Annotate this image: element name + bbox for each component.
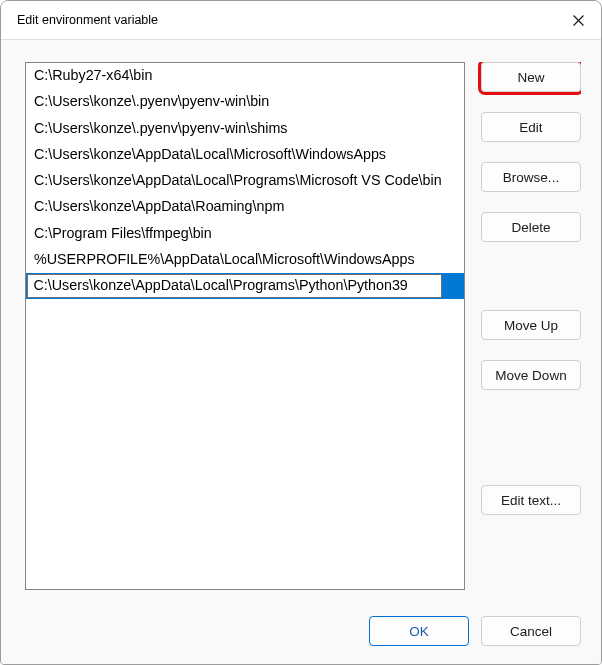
list-item[interactable]: C:\Program Files\ffmpeg\bin	[26, 221, 464, 247]
move-up-button[interactable]: Move Up	[481, 310, 581, 340]
spacer	[481, 262, 581, 290]
side-button-column: New Edit Browse... Delete Move Up Move D…	[481, 62, 581, 590]
edit-text-button[interactable]: Edit text...	[481, 485, 581, 515]
close-button[interactable]	[555, 1, 601, 39]
ok-button[interactable]: OK	[369, 616, 469, 646]
dialog-content: C:\Ruby27-x64\bin C:\Users\konze\.pyenv\…	[1, 39, 601, 664]
dialog-window: Edit environment variable C:\Ruby27-x64\…	[0, 0, 602, 665]
close-icon	[573, 15, 584, 26]
footer-buttons: OK Cancel	[25, 590, 581, 646]
list-item[interactable]: %USERPROFILE%\AppData\Local\Microsoft\Wi…	[26, 247, 464, 273]
window-title: Edit environment variable	[17, 13, 555, 27]
list-item[interactable]: C:\Users\konze\AppData\Roaming\npm	[26, 194, 464, 220]
main-row: C:\Ruby27-x64\bin C:\Users\konze\.pyenv\…	[25, 62, 581, 590]
list-item[interactable]: C:\Users\konze\AppData\Local\Microsoft\W…	[26, 142, 464, 168]
cancel-button[interactable]: Cancel	[481, 616, 581, 646]
new-button[interactable]: New	[481, 62, 581, 92]
list-item[interactable]: C:\Users\konze\AppData\Local\Programs\Mi…	[26, 168, 464, 194]
move-down-button[interactable]: Move Down	[481, 360, 581, 390]
path-listbox[interactable]: C:\Ruby27-x64\bin C:\Users\konze\.pyenv\…	[25, 62, 465, 590]
edit-button[interactable]: Edit	[481, 112, 581, 142]
titlebar: Edit environment variable	[1, 1, 601, 39]
list-item[interactable]: C:\Users\konze\.pyenv\pyenv-win\bin	[26, 89, 464, 115]
delete-button[interactable]: Delete	[481, 212, 581, 242]
list-item[interactable]: C:\Users\konze\.pyenv\pyenv-win\shims	[26, 116, 464, 142]
browse-button[interactable]: Browse...	[481, 162, 581, 192]
list-item[interactable]: C:\Ruby27-x64\bin	[26, 63, 464, 89]
path-edit-input[interactable]	[27, 274, 442, 298]
spacer	[481, 410, 581, 465]
list-item-editing[interactable]	[26, 273, 464, 298]
